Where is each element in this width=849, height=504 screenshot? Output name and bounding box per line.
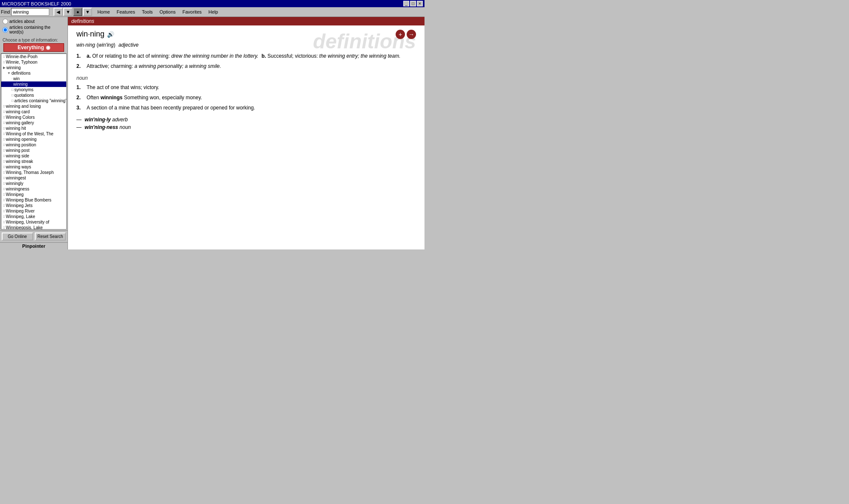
tree-item[interactable]: □winningest [1, 175, 66, 181]
tree-item-label: Winnipeg, University of [6, 220, 49, 224]
tree-item[interactable]: □Winnipeg River [1, 208, 66, 214]
search-type: articles about articles containing the w… [0, 17, 67, 37]
maximize-button[interactable]: □ [410, 1, 416, 6]
menu-favorites[interactable]: Favorites [179, 8, 205, 15]
tree-item[interactable]: □winningness [1, 186, 66, 192]
tree-item-icon: ▶ [3, 66, 6, 70]
derived-dash-2: — [76, 124, 82, 130]
tree-item[interactable]: □winning post [1, 148, 66, 153]
tree-list[interactable]: □Winnie-the-Pooh□Winnie, Typhoon▶winning… [1, 53, 67, 230]
example-2: a winning personality; a winning smile. [135, 63, 221, 69]
find-section: Find [1, 8, 49, 16]
go-online-button[interactable]: Go Online [2, 232, 33, 241]
tree-item[interactable]: ▶winning [1, 65, 66, 70]
forward-dropdown-button[interactable]: ▼ [83, 8, 92, 16]
tree-item[interactable]: □Winnie-the-Pooh [1, 54, 66, 59]
tree-item[interactable]: □winning and losing [1, 104, 66, 109]
tree-item[interactable]: □winning opening [1, 137, 66, 142]
back-button[interactable]: ◀ [53, 8, 63, 16]
tree-item-icon: □ [3, 193, 5, 196]
tree-item[interactable]: ·win [1, 76, 66, 81]
back-dropdown-button[interactable]: ▼ [63, 8, 73, 16]
radio-articles-containing[interactable]: articles containing the word(s) [3, 25, 65, 34]
menu-home[interactable]: Home [94, 8, 113, 15]
radio-articles-about[interactable]: articles about [3, 19, 65, 24]
tree-item[interactable]: □Winnie, Typhoon [1, 59, 66, 65]
tree-item[interactable]: □Winnipegosis, Lake [1, 225, 66, 230]
word-text: win·ning [76, 30, 104, 39]
tree-item[interactable]: □winning side [1, 153, 66, 159]
nav-controls: ◀ ▼ ● ▼ [53, 8, 92, 16]
tree-item[interactable]: □Winnipeg [1, 192, 66, 197]
menu-help[interactable]: Help [205, 8, 222, 15]
everything-icon: ◉ [46, 45, 50, 50]
titlebar-controls[interactable]: _ □ × [403, 1, 423, 6]
tree-item[interactable]: □winning hit [1, 126, 66, 131]
tree-item-icon: □ [3, 165, 5, 169]
tree-item-icon: □ [3, 171, 5, 174]
content-area: definitions definitions + → win·ning 🔊 w… [68, 17, 424, 249]
tree-item[interactable]: ·winning [1, 81, 66, 87]
tree-item-label: Winning Colors [6, 115, 35, 120]
def-letter-a: a. [87, 53, 91, 59]
tree-item[interactable]: □winning gallery [1, 120, 66, 126]
radio-containing-input[interactable] [3, 27, 8, 33]
tree-item[interactable]: ▼definitions [1, 70, 66, 76]
noun-def-item-1: 1. The act of one that wins; victory. [76, 84, 416, 91]
tree-item[interactable]: □synonyms [1, 87, 66, 92]
tree-item-icon: □ [3, 215, 5, 218]
noun-def-content-3: A section of a mine that has been recent… [87, 104, 255, 112]
reset-search-button[interactable]: Reset Search [35, 232, 66, 241]
minimize-button[interactable]: _ [403, 1, 409, 6]
tree-item[interactable]: □articles containing "winning" [1, 98, 66, 104]
tree-item[interactable]: □winningly [1, 181, 66, 186]
tree-item[interactable]: □winning position [1, 142, 66, 148]
tree-item[interactable]: □Winnipeg, Lake [1, 214, 66, 219]
derived-dash-1: — [76, 117, 82, 123]
next-article-button[interactable]: → [407, 30, 416, 39]
tree-item-icon: □ [3, 160, 5, 163]
derived-word-2: — win′ning·ness noun [76, 124, 416, 130]
tree-item-label: winningest [6, 176, 26, 180]
menu-features[interactable]: Features [113, 8, 138, 15]
tree-item[interactable]: □Winnipeg Jets [1, 203, 66, 208]
prev-article-button[interactable]: + [396, 30, 405, 39]
tree-item[interactable]: □Winning, Thomas Joseph [1, 170, 66, 175]
close-button[interactable]: × [417, 1, 423, 6]
tree-item[interactable]: □winning card [1, 109, 66, 115]
tree-item[interactable]: □quotations [1, 92, 66, 98]
tree-item-icon: □ [3, 204, 5, 207]
derived-pos-1: adverb [112, 117, 128, 123]
menubar: Find ◀ ▼ ● ▼ Home Features Tools Options… [0, 7, 424, 17]
stop-button[interactable]: ● [73, 8, 82, 16]
tree-item[interactable]: □winning ways [1, 164, 66, 170]
tree-item-label: winning position [6, 143, 36, 147]
tree-item[interactable]: □winning streak [1, 159, 66, 164]
menu-tools[interactable]: Tools [138, 8, 156, 15]
tree-item-label: synonyms [14, 87, 34, 92]
tree-item[interactable]: □Winnipeg, University of [1, 219, 66, 225]
tree-item-label: winning hit [6, 126, 26, 131]
sound-icon[interactable]: 🔊 [107, 31, 114, 38]
tree-item-label: Winning of the West, The [6, 132, 53, 136]
def-num-1: 1. [76, 52, 83, 60]
tree-item-label: winning [13, 82, 28, 87]
tree-item-icon: □ [3, 137, 5, 141]
def-content-1: a. Of or relating to the act of winning:… [87, 52, 401, 60]
noun-def-item-2: 2. Often winnings Something won, especia… [76, 94, 416, 101]
tree-item-icon: □ [3, 126, 5, 130]
tree-item-label: winning side [6, 154, 29, 158]
find-input[interactable] [11, 8, 49, 16]
everything-button[interactable]: Everything ◉ [3, 43, 64, 52]
tree-item[interactable]: □Winning Colors [1, 115, 66, 120]
pronunciation-parens: (win′ing) [96, 42, 115, 48]
radio-about-label: articles about [9, 19, 34, 24]
tree-item-icon: □ [3, 110, 5, 114]
tree-item[interactable]: □Winnipeg Blue Bombers [1, 197, 66, 203]
tree-item-icon: □ [3, 148, 5, 152]
tree-item-icon: □ [3, 226, 5, 230]
menu-options[interactable]: Options [156, 8, 179, 15]
radio-about-input[interactable] [3, 19, 8, 24]
tree-item[interactable]: □Winning of the West, The [1, 131, 66, 137]
noun-def-content-2: Often winnings Something won, especially… [87, 94, 202, 101]
